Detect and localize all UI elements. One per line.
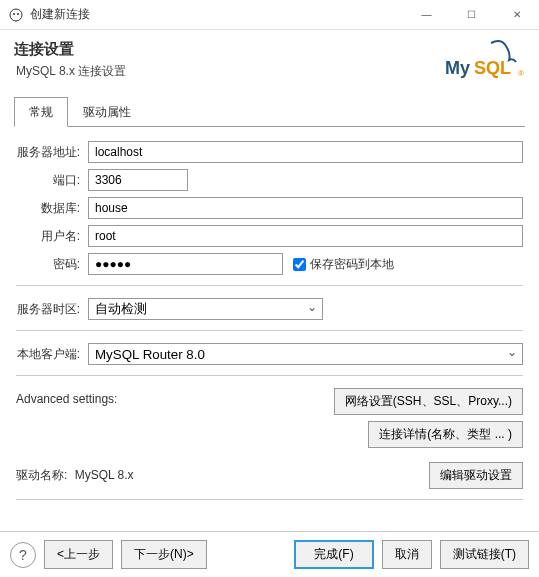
window-title: 创建新连接 (30, 6, 404, 23)
driver-name-value: MySQL 8.x (75, 468, 134, 482)
separator (16, 499, 523, 500)
cancel-button[interactable]: 取消 (382, 540, 432, 569)
finish-button[interactable]: 完成(F) (294, 540, 373, 569)
password-label: 密码: (16, 256, 88, 273)
svg-point-1 (13, 13, 15, 15)
footer: ? <上一步 下一步(N)> 完成(F) 取消 测试链接(T) (0, 531, 539, 577)
client-select[interactable] (88, 343, 523, 365)
separator (16, 285, 523, 286)
separator (16, 330, 523, 331)
svg-point-0 (10, 9, 22, 21)
advanced-label: Advanced settings: (16, 388, 117, 406)
server-input[interactable] (88, 141, 523, 163)
database-label: 数据库: (16, 200, 88, 217)
edit-driver-button[interactable]: 编辑驱动设置 (429, 462, 523, 489)
app-icon (8, 7, 24, 23)
timezone-select[interactable] (88, 298, 323, 320)
test-connection-button[interactable]: 测试链接(T) (440, 540, 529, 569)
help-button[interactable]: ? (10, 542, 36, 568)
minimize-button[interactable]: — (404, 0, 449, 30)
network-settings-button[interactable]: 网络设置(SSH、SSL、Proxy...) (334, 388, 523, 415)
database-input[interactable] (88, 197, 523, 219)
window-controls: — ☐ ✕ (404, 0, 539, 30)
mysql-logo-icon: My SQL ® (441, 38, 525, 85)
maximize-button[interactable]: ☐ (449, 0, 494, 30)
svg-text:SQL: SQL (474, 58, 511, 78)
next-button[interactable]: 下一步(N)> (121, 540, 207, 569)
title-bar: 创建新连接 — ☐ ✕ (0, 0, 539, 30)
tabs: 常规 驱动属性 (14, 97, 525, 127)
page-title: 连接设置 (14, 40, 126, 59)
timezone-label: 服务器时区: (16, 301, 88, 318)
username-label: 用户名: (16, 228, 88, 245)
save-password-checkbox[interactable] (293, 258, 306, 271)
driver-name-label: 驱动名称: (16, 468, 67, 482)
tab-general[interactable]: 常规 (14, 97, 68, 127)
connection-details-button[interactable]: 连接详情(名称、类型 ... ) (368, 421, 523, 448)
port-label: 端口: (16, 172, 88, 189)
close-button[interactable]: ✕ (494, 0, 539, 30)
svg-text:®: ® (518, 69, 524, 78)
port-input[interactable] (88, 169, 188, 191)
password-input[interactable] (88, 253, 283, 275)
client-label: 本地客户端: (16, 346, 88, 363)
username-input[interactable] (88, 225, 523, 247)
svg-point-2 (17, 13, 19, 15)
back-button[interactable]: <上一步 (44, 540, 113, 569)
save-password-label: 保存密码到本地 (310, 256, 394, 273)
server-label: 服务器地址: (16, 144, 88, 161)
separator (16, 375, 523, 376)
page-subtitle: MySQL 8.x 连接设置 (16, 63, 126, 80)
svg-text:My: My (445, 58, 470, 78)
tab-driver-properties[interactable]: 驱动属性 (68, 97, 146, 126)
